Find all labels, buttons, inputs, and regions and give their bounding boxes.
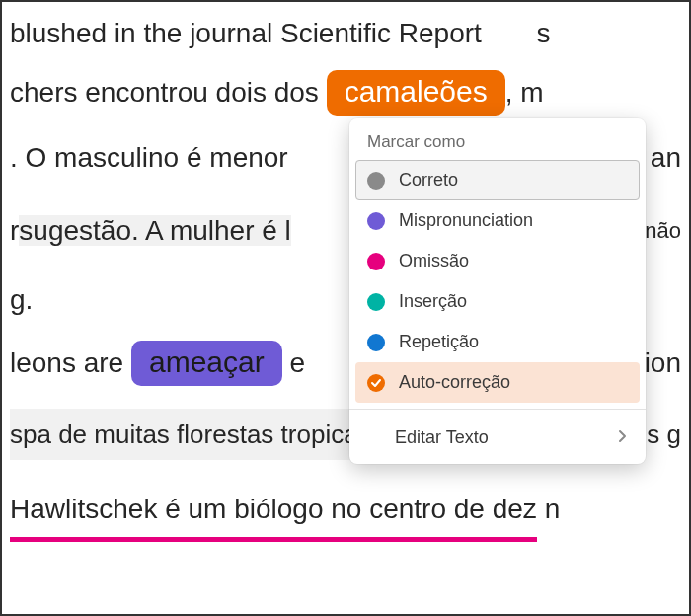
menu-item-correct[interactable]: Correto xyxy=(355,160,640,200)
menu-item-label: Correto xyxy=(399,170,458,191)
menu-item-label: Mispronunciation xyxy=(399,210,533,231)
menu-item-mispronunciation[interactable]: Mispronunciation xyxy=(349,200,646,241)
text: ion xyxy=(645,338,681,389)
dot-icon xyxy=(367,172,385,190)
reading-passage: blushed in the journal Scientific Report… xyxy=(0,0,691,616)
text: não xyxy=(645,205,681,257)
menu-header: Marcar como xyxy=(349,128,646,160)
text: chers encontrou dois dos xyxy=(10,77,327,108)
text: blushed in the journal Scientific Report xyxy=(10,18,482,48)
menu-item-edit-text[interactable]: Editar Texto xyxy=(349,416,646,458)
text-line: chers encontrou dois dos camaleões , m xyxy=(10,67,681,118)
text: n xyxy=(545,494,561,524)
text-highlight: sugestão. A mulher é l xyxy=(19,215,291,246)
menu-item-label: Editar Texto xyxy=(395,427,489,448)
menu-item-label: Repetição xyxy=(399,332,479,352)
text: r xyxy=(10,215,19,246)
menu-item-label: Inserção xyxy=(399,291,467,312)
word-chip-label: camaleões xyxy=(345,75,488,108)
menu-item-selfcorrection[interactable]: Auto-correção xyxy=(355,362,640,403)
dot-icon xyxy=(367,212,385,230)
text: leons are xyxy=(10,347,131,378)
mark-as-menu: Marcar como Correto Mispronunciation Omi… xyxy=(349,118,646,464)
menu-item-omission[interactable]: Omissão xyxy=(349,241,646,281)
word-chip-selected[interactable]: camaleões xyxy=(327,70,505,116)
text: s xyxy=(536,18,550,48)
chevron-right-icon xyxy=(618,427,628,448)
text-line: blushed in the journal Scientific Report… xyxy=(10,8,681,59)
text-omission-underline[interactable]: Hawlitschek é um biólogo no centro de de… xyxy=(10,484,537,542)
text: g. xyxy=(10,284,33,315)
text-highlight: spa de muitas florestas tropical xyxy=(10,409,363,460)
menu-item-label: Omissão xyxy=(399,251,469,271)
text: an xyxy=(651,132,681,184)
menu-item-insertion[interactable]: Inserção xyxy=(349,281,646,322)
menu-item-label: Auto-correção xyxy=(399,372,510,393)
word-chip[interactable]: ameaçar xyxy=(131,341,282,386)
text: s g xyxy=(647,409,681,460)
word-chip-label: ameaçar xyxy=(149,346,265,378)
dot-icon xyxy=(367,293,385,311)
check-icon xyxy=(367,374,385,392)
text: , m xyxy=(505,77,544,108)
menu-item-repetition[interactable]: Repetição xyxy=(349,322,646,362)
dot-icon xyxy=(367,253,385,270)
dot-icon xyxy=(367,334,385,351)
text-line: Hawlitschek é um biólogo no centro de de… xyxy=(10,484,681,542)
menu-divider xyxy=(349,409,646,410)
text: . O masculino é menor xyxy=(10,132,288,184)
text: e xyxy=(282,347,305,378)
